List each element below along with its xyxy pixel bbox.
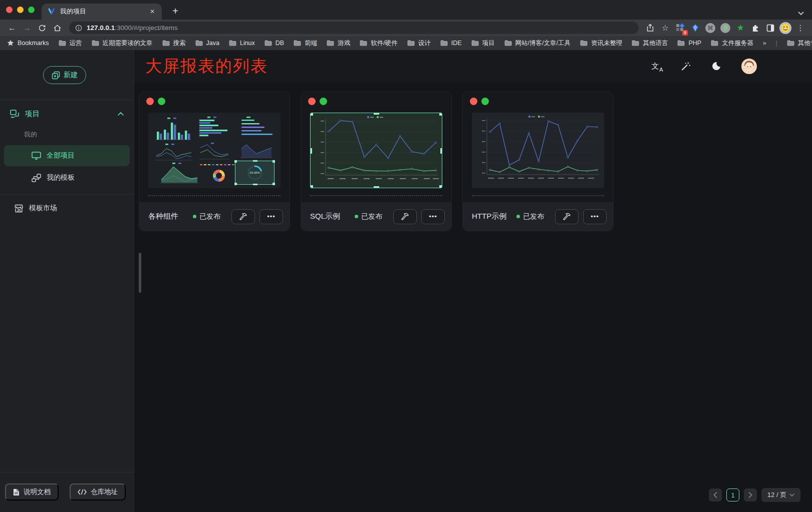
browser-tab[interactable]: 我的项目 ✕ [42, 4, 162, 20]
chevron-down-icon [789, 493, 794, 496]
bookmark-folder[interactable]: 网站/博客/文章/工具 [504, 39, 571, 48]
share-icon[interactable] [644, 22, 657, 35]
tab-close-icon[interactable]: ✕ [148, 7, 157, 16]
bookmark-folder[interactable]: Java [195, 40, 219, 47]
extensions-puzzle-icon[interactable] [749, 22, 762, 35]
card-footer: 各种组件 已发布 ••• [139, 202, 290, 231]
address-bar[interactable]: 127.0.0.1:3000/#/project/items [69, 22, 639, 34]
bookmark-folder[interactable]: 软件/硬件 [360, 39, 397, 48]
site-info-icon[interactable] [75, 25, 82, 32]
bookmarks-bar: Bookmarks 运营 近期需要读的文章 搜索 Java Linux [0, 36, 812, 50]
bookmark-folder[interactable]: 文件服务器 [711, 39, 753, 48]
back-button[interactable]: ← [5, 22, 19, 35]
repo-button[interactable]: 仓库地址 [70, 483, 126, 500]
split-view-icon[interactable] [764, 22, 777, 35]
new-tab-button[interactable]: + [169, 6, 182, 17]
project-title: SQL示例 [310, 212, 355, 221]
more-actions-button[interactable]: ••• [259, 209, 283, 224]
project-preview[interactable] [472, 113, 604, 188]
prev-page-button[interactable] [709, 488, 722, 501]
chart-legend [528, 116, 545, 118]
bookmark-folder[interactable]: 资讯未整理 [580, 39, 623, 48]
minimize-window-button[interactable] [17, 7, 24, 13]
bookmark-folder[interactable]: Linux [229, 40, 255, 47]
more-actions-button[interactable]: ••• [421, 209, 445, 224]
project-preview[interactable] [310, 113, 442, 188]
folder-icon [229, 40, 236, 46]
tab-title: 我的项目 [60, 7, 143, 16]
sidebar-item-my-templates[interactable]: 我的模板 [4, 167, 130, 188]
selected-gauge-widget: 25.00% [235, 161, 275, 185]
extension-recorder-icon[interactable] [719, 22, 732, 35]
current-page-button[interactable]: 1 [726, 488, 739, 501]
bookmark-folder[interactable]: 设计 [407, 39, 431, 48]
new-project-button[interactable]: 新建 [43, 66, 86, 84]
bookmark-folder[interactable]: 运营 [59, 39, 82, 48]
forward-button[interactable]: → [20, 22, 34, 35]
next-page-button[interactable] [744, 488, 757, 501]
storefront-icon [14, 204, 24, 213]
bookmark-folder[interactable]: 前端 [294, 39, 317, 48]
folder-icon [632, 40, 639, 46]
profile-avatar-icon[interactable] [779, 22, 792, 35]
edit-project-button[interactable] [393, 209, 417, 224]
extension-command-icon[interactable]: ⌘ [704, 22, 717, 35]
browser-menu-icon[interactable]: ⋮ [794, 22, 807, 35]
zoom-window-button[interactable] [28, 7, 35, 13]
bookmark-folder[interactable]: DB [264, 40, 284, 47]
language-icon[interactable]: 文A [650, 61, 661, 72]
tab-search-chevron-icon[interactable] [798, 12, 804, 16]
close-window-button[interactable] [6, 7, 13, 13]
chevron-up-icon[interactable] [118, 112, 124, 116]
bookmark-folder[interactable]: PHP [677, 40, 701, 47]
project-card: 25.00% 各种组件 已发布 [139, 92, 290, 231]
goview-favicon [48, 8, 56, 16]
project-preview[interactable]: 25.00% [148, 113, 281, 188]
bookmark-folder[interactable]: 近期需要读的文章 [92, 39, 153, 48]
bookmarks-overflow-icon[interactable]: » [763, 40, 766, 47]
reload-button[interactable] [35, 22, 49, 35]
hammer-icon [239, 213, 247, 221]
extension-gem-icon[interactable] [689, 22, 702, 35]
sidebar-group-mine: 我的 [4, 125, 130, 144]
line-chart-thumbnail [472, 113, 603, 187]
edit-project-button[interactable] [555, 209, 579, 224]
sidebar: 新建 项目 我的 [0, 50, 134, 512]
bookmark-folder[interactable]: IDE [440, 40, 462, 47]
sidebar-section-projects[interactable]: 项目 [4, 102, 130, 125]
bookmark-folder[interactable]: 游戏 [327, 39, 350, 48]
docs-button[interactable]: 说明文档 [5, 483, 59, 500]
edit-project-button[interactable] [231, 209, 255, 224]
card-green-dot [320, 98, 327, 105]
card-red-dot [146, 98, 154, 105]
extension-star-icon[interactable]: ★ [734, 22, 747, 35]
browser-window: 我的项目 ✕ + ← → 127.0.0.1:3000/#/project/it… [0, 0, 812, 512]
card-footer: HTTP示例 已发布 ••• [463, 202, 613, 231]
extension-proxy-icon[interactable]: 9 [674, 22, 687, 35]
bookmark-folder[interactable]: 搜索 [162, 39, 186, 48]
bookmarks-manager[interactable]: Bookmarks [7, 40, 49, 47]
monitor-icon [32, 152, 41, 160]
sidebar-item-template-market[interactable]: 模板市场 [4, 197, 130, 220]
home-button[interactable] [50, 22, 64, 35]
magic-wand-icon[interactable] [680, 61, 691, 72]
bookmark-star-icon[interactable]: ☆ [659, 22, 672, 35]
dark-mode-moon-icon[interactable] [711, 61, 722, 72]
card-red-dot [308, 98, 316, 105]
sidebar-item-all-projects[interactable]: 全部项目 [4, 145, 130, 166]
more-actions-button[interactable]: ••• [583, 209, 607, 224]
traffic-lights [0, 0, 42, 20]
scrollbar-thumb[interactable] [139, 253, 141, 293]
user-avatar[interactable] [741, 59, 757, 74]
folder-icon [677, 40, 685, 46]
page-size-select[interactable]: 12 / 页 [761, 488, 800, 502]
project-title: HTTP示例 [472, 212, 516, 221]
bookmark-folder[interactable]: 项目 [471, 39, 495, 48]
url-text: 127.0.0.1:3000/#/project/items [87, 24, 178, 32]
line-chart-thumbnail [311, 113, 442, 188]
goview-app: 新建 项目 我的 [0, 50, 812, 512]
project-title: 各种组件 [148, 212, 193, 221]
other-bookmarks[interactable]: 其他书签 [787, 39, 812, 48]
dotted-divider [472, 195, 604, 196]
bookmark-folder[interactable]: 其他语言 [632, 39, 668, 48]
